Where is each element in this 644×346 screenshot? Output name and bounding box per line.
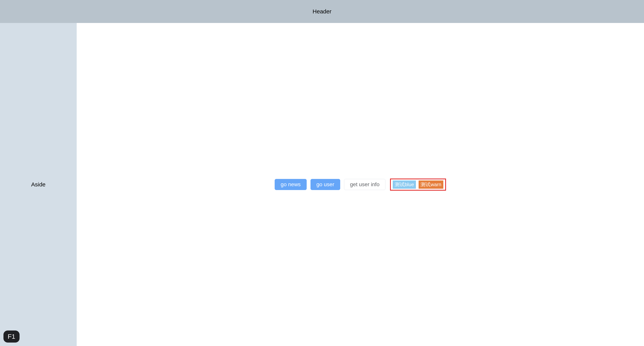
- test-tags-box: 测试blue 测试warn: [390, 178, 446, 191]
- button-row: go news go user get user info 测试blue 测试w…: [275, 178, 446, 191]
- aside: Aside: [0, 23, 77, 346]
- aside-title: Aside: [31, 181, 46, 188]
- body-row: Aside go news go user get user info 测试bl…: [0, 23, 644, 346]
- f1-badge[interactable]: F1: [4, 331, 20, 343]
- test-warn-tag: 测试warn: [418, 180, 443, 189]
- app-layout: Header Aside go news go user get user in…: [0, 0, 644, 346]
- test-blue-tag: 测试blue: [393, 180, 416, 189]
- header: Header: [0, 0, 644, 23]
- get-user-info-button[interactable]: get user info: [344, 179, 386, 190]
- go-news-button[interactable]: go news: [275, 179, 306, 190]
- header-title: Header: [312, 8, 332, 15]
- go-user-button[interactable]: go user: [310, 179, 340, 190]
- main: go news go user get user info 测试blue 测试w…: [77, 23, 644, 346]
